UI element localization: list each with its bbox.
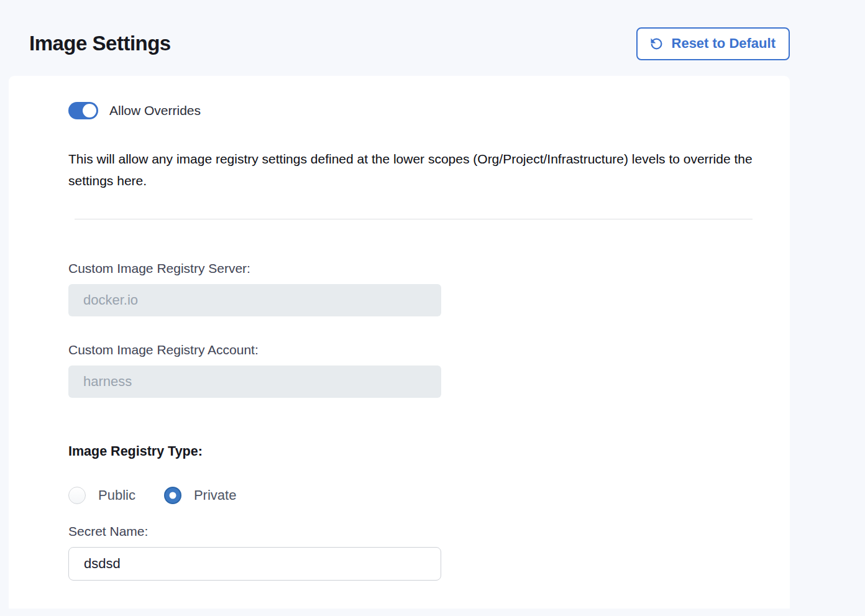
radio-option-private[interactable]: Private [164, 487, 236, 504]
section-divider [75, 219, 753, 219]
radio-private-label: Private [194, 487, 236, 503]
secret-name-field: Secret Name: [68, 524, 753, 581]
registry-account-field: Custom Image Registry Account: [68, 342, 753, 398]
registry-account-input[interactable] [68, 365, 441, 398]
registry-server-label: Custom Image Registry Server: [68, 261, 753, 276]
image-settings-card: Allow Overrides This will allow any imag… [9, 76, 790, 609]
overrides-description: This will allow any image registry setti… [68, 148, 753, 191]
reset-button-label: Reset to Default [672, 35, 776, 52]
allow-overrides-row: Allow Overrides [68, 102, 753, 119]
registry-server-field: Custom Image Registry Server: [68, 261, 753, 316]
radio-private-circle[interactable] [164, 487, 181, 504]
radio-public-label: Public [98, 487, 135, 503]
secret-name-input[interactable] [68, 547, 441, 581]
allow-overrides-label: Allow Overrides [109, 103, 201, 118]
registry-type-label: Image Registry Type: [68, 444, 753, 459]
page-header: Image Settings Reset to Default [0, 0, 865, 68]
registry-account-label: Custom Image Registry Account: [68, 342, 753, 357]
registry-server-input[interactable] [68, 284, 441, 316]
page-title: Image Settings [29, 32, 171, 55]
reset-icon [648, 35, 665, 52]
reset-to-default-button[interactable]: Reset to Default [636, 27, 790, 60]
secret-name-label: Secret Name: [68, 524, 753, 539]
allow-overrides-toggle[interactable] [68, 102, 98, 119]
radio-public-circle[interactable] [68, 487, 86, 504]
radio-option-public[interactable]: Public [68, 487, 135, 504]
toggle-knob [83, 104, 96, 117]
registry-type-options: Public Private [68, 487, 753, 504]
